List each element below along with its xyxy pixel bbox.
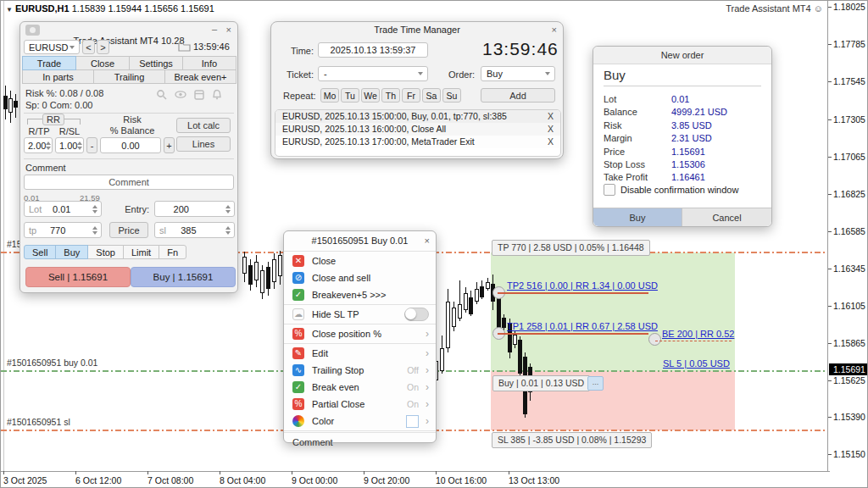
- menu-item-close-and-sell[interactable]: ⊘Close and sell: [284, 269, 436, 286]
- ticket-select[interactable]: -: [318, 66, 428, 81]
- spinner-icon[interactable]: [225, 205, 234, 214]
- ttm-close-button[interactable]: ×: [552, 22, 557, 37]
- buy-order-button[interactable]: Buy | 1.15691: [131, 267, 236, 287]
- day-th[interactable]: Th: [381, 88, 400, 103]
- day-sa[interactable]: Sa: [422, 88, 441, 103]
- camera-icon[interactable]: [25, 25, 40, 36]
- price-tick: 1.18025: [833, 2, 865, 12]
- sl5-label[interactable]: SL 5 | 0.05 USD: [663, 358, 730, 369]
- tab-trade[interactable]: Trade: [22, 56, 76, 70]
- be-label[interactable]: BE 200 | RR 0.52: [662, 329, 734, 339]
- more-options-button[interactable]: ...: [587, 376, 604, 391]
- menu-item-edit[interactable]: ✎Edit›: [284, 345, 436, 362]
- calendar-icon[interactable]: [194, 89, 204, 100]
- candle-body: [502, 318, 506, 328]
- spinner-icon[interactable]: [92, 205, 101, 214]
- day-mo[interactable]: Mo: [320, 88, 339, 103]
- subtab-in-parts[interactable]: In parts: [22, 69, 94, 84]
- next-symbol-button[interactable]: >: [97, 40, 109, 54]
- color-swatch[interactable]: [406, 415, 419, 428]
- sell-order-button[interactable]: Sell | 1.15691: [25, 267, 131, 287]
- remove-schedule-button[interactable]: X: [548, 136, 554, 148]
- risk-minus-button[interactable]: -: [86, 137, 97, 153]
- lot-calc-button[interactable]: Lot calc: [176, 118, 231, 133]
- mode-limit[interactable]: Limit: [123, 245, 159, 259]
- time-input[interactable]: 2025.10.13 13:59:37: [318, 42, 428, 58]
- be-line[interactable]: [655, 341, 732, 341]
- lines-button[interactable]: Lines: [176, 136, 231, 152]
- tp1-label[interactable]: TP1 258 | 0.01 | RR 0.67 | 2.58 USD: [507, 321, 658, 331]
- spinner-icon[interactable]: [225, 226, 234, 235]
- be-handle[interactable]: [648, 333, 661, 346]
- buy-info-box[interactable]: Buy | 0.01 | 0.13 USD: [492, 375, 590, 391]
- hide-sltp-toggle[interactable]: [404, 308, 429, 321]
- rsl-input[interactable]: 1.00: [55, 137, 84, 153]
- menu-item-trailing-stop[interactable]: ∿Trailing StopOff›: [284, 362, 436, 379]
- cancel-button[interactable]: Cancel: [682, 208, 771, 226]
- eye-icon[interactable]: [175, 89, 186, 100]
- remove-schedule-button[interactable]: X: [548, 110, 554, 123]
- symbol-select[interactable]: EURUSD: [24, 40, 80, 54]
- position-menu-titlebar[interactable]: #1501650951 Buy 0.01 ×: [284, 231, 436, 250]
- menu-item-hide-sl-tp[interactable]: ☁Hide SL TP: [284, 306, 436, 323]
- comment-input[interactable]: Comment: [24, 175, 234, 190]
- mode-buy[interactable]: Buy: [55, 245, 88, 259]
- mode-stop[interactable]: Stop: [87, 245, 124, 259]
- rtp-input[interactable]: 2.00: [24, 137, 53, 153]
- lot-value: 0.01: [53, 204, 70, 214]
- price-button[interactable]: Price: [109, 222, 148, 238]
- add-button[interactable]: Add: [481, 88, 555, 103]
- menu-item-close-position-[interactable]: %Close position %›: [284, 325, 436, 342]
- ttm-titlebar[interactable]: Trade Time Manager ×: [271, 22, 563, 37]
- time-axis[interactable]: 3 Oct 20256 Oct 12:007 Oct 08:008 Oct 04…: [1, 471, 830, 487]
- tp-input[interactable]: tp 770: [24, 222, 102, 238]
- remove-schedule-button[interactable]: X: [548, 123, 554, 136]
- subtab-trailing[interactable]: Trailing: [93, 69, 165, 84]
- menu-item-partial-close[interactable]: %Partial CloseOn›: [284, 396, 436, 413]
- close-button[interactable]: ×: [226, 22, 231, 37]
- subtab-break-even-[interactable]: Break even+: [164, 69, 236, 84]
- price-axis[interactable]: 1.180251.177851.175451.173051.170651.168…: [827, 1, 867, 474]
- comment-menu-item[interactable]: Comment: [284, 434, 436, 447]
- tp-info-box[interactable]: TP 770 | 2.58 USD | 0.05% | 1.16448: [492, 240, 650, 256]
- day-we[interactable]: We: [361, 88, 380, 103]
- search-icon[interactable]: [156, 89, 167, 100]
- minimize-button[interactable]: –: [212, 21, 217, 36]
- chart-watermark: Trade Assistant MT4 ☺: [726, 3, 823, 14]
- confirm-buy-button[interactable]: Buy: [593, 208, 682, 226]
- day-fr[interactable]: Fr: [402, 88, 420, 103]
- risk-plus-button[interactable]: +: [164, 137, 175, 153]
- prev-symbol-button[interactable]: <: [82, 40, 95, 54]
- bell-icon[interactable]: [212, 89, 222, 100]
- tp1-line[interactable]: [498, 333, 648, 335]
- folder-icon[interactable]: [178, 42, 191, 52]
- spinner-icon[interactable]: [46, 141, 54, 150]
- trade-assistant-titlebar[interactable]: Trade Assistant MT4 10.28 – ×: [20, 22, 237, 37]
- tp2-label[interactable]: TP2 516 | 0.00 | RR 1.34 | 0.00 USD: [507, 280, 658, 291]
- confirmation-checkbox-row[interactable]: Disable confirmation window: [604, 184, 738, 196]
- rr-button[interactable]: RR: [42, 114, 64, 125]
- menu-item-close[interactable]: ✕Close: [284, 252, 436, 269]
- entry-input[interactable]: 200: [154, 201, 235, 217]
- menu-item-color[interactable]: Color›: [284, 413, 436, 430]
- day-su[interactable]: Su: [442, 88, 461, 103]
- mode-fn[interactable]: Fn: [159, 245, 186, 259]
- order-select[interactable]: Buy: [481, 66, 555, 81]
- chart-dropdown-arrow[interactable]: ▼: [6, 6, 13, 14]
- risk-balance-input[interactable]: 0.00: [100, 137, 161, 153]
- lot-input[interactable]: Lot 0.01: [24, 201, 102, 217]
- position-menu-close[interactable]: ×: [425, 231, 430, 250]
- day-tu[interactable]: Tu: [341, 88, 359, 103]
- tab-settings[interactable]: Settings: [129, 56, 183, 70]
- menu-item-break-even[interactable]: ✓Break evenOn›: [284, 379, 436, 396]
- checkbox-icon[interactable]: [604, 184, 615, 196]
- sl-info-box[interactable]: SL 385 | -3.85 USD | 0.08% | 1.15293: [492, 432, 652, 448]
- tab-info[interactable]: Info: [182, 56, 236, 70]
- mode-sell[interactable]: Sell: [24, 245, 56, 259]
- tp2-line[interactable]: [498, 292, 648, 294]
- spinner-icon[interactable]: [77, 141, 86, 150]
- sl-input[interactable]: sl 385: [154, 222, 235, 238]
- spinner-icon[interactable]: [92, 226, 101, 235]
- tab-close[interactable]: Close: [75, 56, 130, 70]
- menu-item-breakeven-5-[interactable]: ✓Breakeven+5 >>>: [284, 286, 436, 303]
